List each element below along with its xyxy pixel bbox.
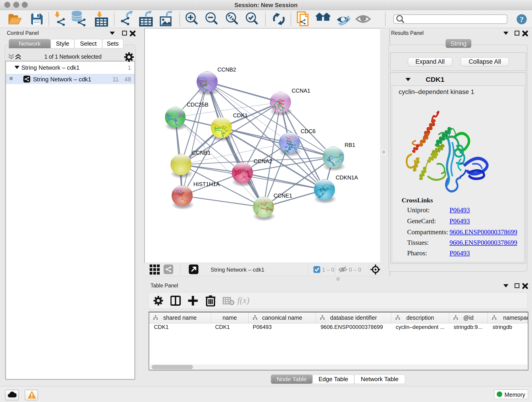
svg-text:CDK1: CDK1 [233,112,248,119]
svg-text:?: ? [520,15,524,24]
svg-text:CDKN1A: CDKN1A [336,174,358,181]
svg-text:HIST1H1A: HIST1H1A [193,181,220,187]
svg-text:CCNA2: CCNA2 [254,158,272,164]
svg-text:CCNB1: CCNB1 [192,150,210,156]
svg-text:CCNE1: CCNE1 [273,192,292,199]
svg-text:CCNA1: CCNA1 [292,88,310,94]
svg-text:CCNB2: CCNB2 [217,66,236,73]
svg-text:RB1: RB1 [345,142,355,148]
svg-text:CDC6: CDC6 [301,128,316,134]
svg-text:CDC25B: CDC25B [187,102,209,108]
